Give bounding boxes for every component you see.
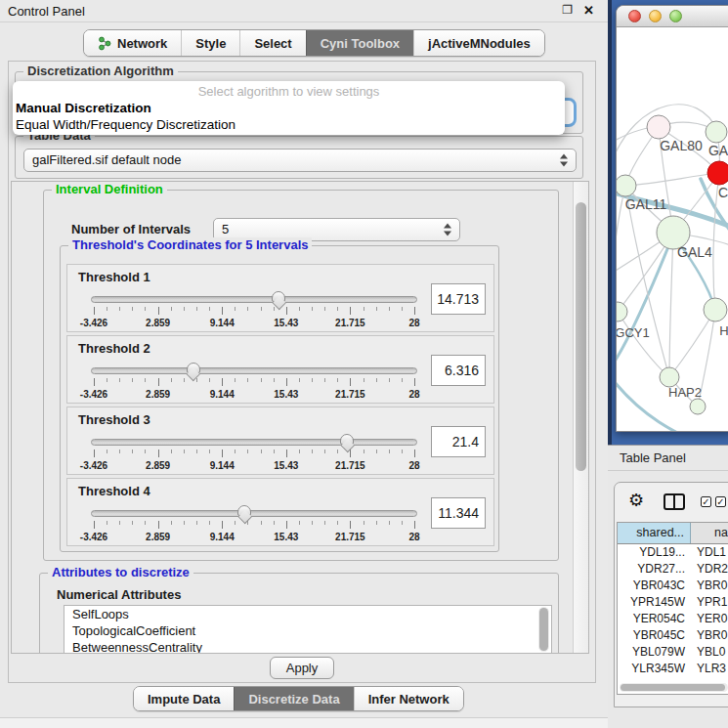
network-edge[interactable] — [669, 233, 673, 377]
cell-shared-name[interactable]: YBL079W — [618, 644, 691, 661]
threshold-label: Threshold 2 — [78, 341, 150, 356]
network-canvas[interactable]: GAL80GACGAL11GAL4GCY1HHAP2 — [617, 27, 728, 431]
network-node[interactable] — [660, 367, 679, 387]
table-data-group: Table Data galFiltered.sif default node — [15, 136, 583, 179]
table-row[interactable]: YDL19...YDL1 — [618, 544, 728, 561]
threshold-slider[interactable]: -3.4262.8599.14415.4321.71528 — [91, 433, 417, 474]
tab-jactivemnodules[interactable]: jActiveMNodules — [413, 30, 544, 56]
gear-icon[interactable]: ⚙ — [628, 492, 644, 509]
slider-thumb[interactable] — [187, 363, 200, 373]
tick-label: 28 — [408, 532, 419, 542]
network-window-titlebar[interactable] — [617, 6, 728, 27]
scrollbar-thumb[interactable] — [576, 202, 586, 471]
tick-label: -3.426 — [80, 318, 107, 328]
zoom-window-icon[interactable] — [669, 10, 682, 22]
close-window-icon[interactable] — [628, 10, 641, 22]
tab-infer-network[interactable]: Infer Network — [354, 687, 463, 710]
minimize-window-icon[interactable] — [649, 10, 662, 22]
table-row[interactable]: YER054CYER0 — [618, 611, 728, 627]
table-panel-inner: ⚙ ✓ ✓ shared...na YDL19...YDL1YDR27...YD… — [614, 482, 728, 707]
table-row[interactable]: YLR345WYLR3 — [618, 661, 728, 673]
table-row[interactable]: YDR27...YDR2 — [618, 561, 728, 578]
panel-vertical-scrollbar[interactable] — [573, 182, 588, 653]
cell-shared-name[interactable]: YDR27... — [618, 561, 691, 578]
tab-label: Impute Data — [148, 692, 220, 707]
network-edge[interactable] — [669, 310, 715, 377]
scrollbar-thumb[interactable] — [621, 684, 725, 691]
network-view-window: GAL80GACGAL11GAL4GCY1HHAP2 — [616, 5, 728, 432]
network-edge[interactable] — [617, 186, 625, 289]
cell-shared-name[interactable]: YBR043C — [618, 578, 691, 594]
network-node[interactable] — [690, 399, 706, 414]
threshold-slider[interactable]: -3.4262.8599.14415.4321.71528 — [91, 290, 417, 331]
cell-name[interactable]: YBR0 — [691, 627, 728, 644]
tab-style[interactable]: Style — [181, 30, 239, 56]
close-panel-icon[interactable]: ✕ — [583, 3, 594, 18]
cell-name[interactable]: YPR1 — [691, 594, 728, 611]
table-row[interactable]: YBR043CYBR0 — [618, 578, 728, 594]
tab-cyni-toolbox[interactable]: Cyni Toolbox — [306, 30, 413, 56]
slider-thumb[interactable] — [272, 291, 285, 302]
network-node[interactable] — [707, 161, 728, 185]
column-header-shared-name[interactable]: shared... — [618, 523, 691, 543]
table-row[interactable]: YPR145WYPR1 — [618, 594, 728, 611]
table-row[interactable]: YBL079WYBL0 — [618, 644, 728, 661]
cell-name[interactable]: YBR0 — [691, 578, 728, 594]
network-edge[interactable] — [625, 186, 669, 377]
threshold-label: Threshold 3 — [78, 412, 150, 427]
attributes-list-scrollbar[interactable] — [538, 607, 549, 652]
columns-icon[interactable] — [664, 493, 685, 510]
slider-thumb[interactable] — [237, 505, 251, 516]
tab-impute-data[interactable]: Impute Data — [134, 687, 234, 710]
cell-shared-name[interactable]: YLR345W — [618, 661, 691, 673]
threshold-value-field[interactable]: 11.344 — [431, 497, 486, 529]
network-node[interactable] — [617, 302, 627, 321]
network-node[interactable] — [704, 298, 727, 321]
checkbox-icon[interactable]: ✓ — [701, 496, 711, 507]
network-node[interactable] — [617, 175, 636, 196]
tick-label: -3.426 — [80, 532, 107, 542]
apply-button[interactable]: Apply — [270, 657, 334, 679]
tick-label: -3.426 — [80, 389, 107, 400]
cell-shared-name[interactable]: YER054C — [618, 611, 691, 627]
tick-label: 9.144 — [210, 318, 235, 328]
network-edge[interactable] — [625, 173, 719, 186]
attribute-item[interactable]: BetweennessCentrality — [64, 639, 551, 654]
cell-name[interactable]: YDR2 — [691, 561, 728, 578]
network-node[interactable] — [706, 121, 727, 143]
tab-label: Cyni Toolbox — [321, 36, 400, 51]
network-node[interactable] — [647, 115, 670, 139]
cell-name[interactable]: YBL0 — [691, 644, 728, 661]
threshold-value-field[interactable]: 21.4 — [431, 426, 486, 457]
cell-shared-name[interactable]: YBR045C — [618, 627, 691, 644]
group-title: Discretization Algorithm — [23, 64, 178, 78]
tab-select[interactable]: Select — [239, 30, 305, 56]
float-panel-icon[interactable]: ❐ — [562, 3, 573, 17]
checkbox-icon[interactable]: ✓ — [715, 496, 726, 507]
cell-shared-name[interactable]: YDL19... — [618, 544, 691, 561]
cell-name[interactable]: YER0 — [691, 611, 728, 627]
threshold-row: Threshold 3-3.4262.8599.14415.4321.71528… — [66, 407, 494, 475]
cell-name[interactable]: YDL1 — [691, 544, 728, 561]
tab-network[interactable]: Network — [84, 30, 181, 56]
threshold-value-field[interactable]: 6.316 — [431, 355, 486, 386]
threshold-slider[interactable]: -3.4262.8599.14415.4321.71528 — [91, 362, 417, 403]
column-header-name[interactable]: na — [691, 523, 728, 543]
attribute-item[interactable]: TopologicalCoefficient — [64, 622, 551, 639]
node-label: GAL4 — [677, 244, 712, 260]
threshold-slider[interactable]: -3.4262.8599.14415.4321.71528 — [91, 504, 417, 545]
dropdown-option-manual[interactable]: Manual Discretization — [13, 100, 565, 116]
threshold-value-field[interactable]: 14.713 — [431, 283, 486, 315]
tab-discretize-data[interactable]: Discretize Data — [234, 687, 353, 710]
table-data-combo[interactable]: galFiltered.sif default node — [23, 149, 577, 172]
tick-label: 9.144 — [210, 532, 235, 542]
numerical-attributes-label: Numerical Attributes — [57, 587, 181, 602]
cell-shared-name[interactable]: YPR145W — [618, 594, 691, 611]
attribute-item[interactable]: SelfLoops — [64, 606, 551, 622]
dropdown-option-equal-width[interactable]: Equal Width/Frequency Discretization — [13, 116, 565, 133]
table-horizontal-scrollbar[interactable] — [620, 683, 728, 692]
table-row[interactable]: YBR045CYBR0 — [618, 627, 728, 644]
slider-thumb[interactable] — [340, 434, 354, 445]
tick-label: 21.715 — [335, 460, 365, 471]
cell-name[interactable]: YLR3 — [691, 661, 728, 673]
